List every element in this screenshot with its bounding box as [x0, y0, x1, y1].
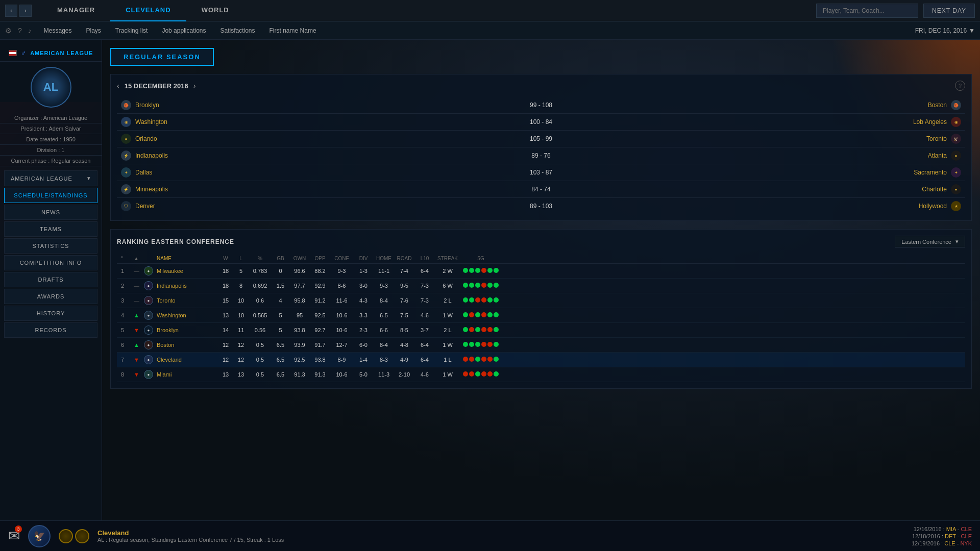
sidebar-date-created: Date created : 1950	[0, 134, 102, 145]
team-logo-washington: ●	[144, 311, 157, 320]
conf-indianapolis: 8-6	[330, 283, 353, 289]
standings-row-toronto[interactable]: 3 — ● Toronto 15 10 0.6 4 95.8 91.2 11-6…	[117, 293, 965, 308]
col-l10-header: L10	[414, 256, 435, 261]
conf-toronto: 11-6	[330, 297, 353, 304]
game-home-team-6: ⚡ Minneapolis	[121, 184, 213, 194]
div-brooklyn: 2-3	[353, 327, 374, 333]
sidebar-president: President : Adem Salvar	[0, 123, 102, 134]
team-logo-cleveland: ●	[144, 355, 157, 364]
nav-tab-cleveland[interactable]: CLEVELAND	[110, 0, 186, 21]
game-row: ⚡ Indianapolis 89 - 76 Atlanta ●	[117, 147, 965, 164]
result-dot	[481, 268, 486, 273]
nav-tab-world[interactable]: WORLD	[186, 0, 244, 21]
second-navigation: ⚙ ? ♪ Messages Plays Tracking list Job a…	[0, 21, 980, 40]
gb-brooklyn: 5	[272, 327, 289, 333]
sidebar-organizer: Organizer : American League	[0, 113, 102, 123]
records-menu-item[interactable]: RECORDS	[4, 322, 97, 338]
forward-arrow[interactable]: ›	[19, 5, 32, 17]
mail-button[interactable]: ✉ 3	[8, 528, 20, 544]
sidebar: ♂ AMERICAN LEAGUE AL Organizer : America…	[0, 40, 102, 520]
team-icon-minneapolis: ⚡	[121, 184, 131, 194]
team-name-washington: Washington	[157, 312, 218, 318]
team-logo-indianapolis: ●	[144, 281, 157, 290]
schedule-next[interactable]: ›	[193, 82, 196, 90]
l10-washington: 4-6	[414, 312, 435, 318]
result-dot	[463, 312, 468, 317]
schedule-date: 15 DECEMBER 2016	[125, 82, 188, 90]
schedule-prev[interactable]: ‹	[117, 82, 119, 90]
col-name-header: NAME	[157, 256, 218, 261]
opp-toronto: 91.2	[310, 297, 330, 304]
result-dot	[481, 283, 486, 288]
competition-info-menu-item[interactable]: COMPETITION INFO	[4, 255, 97, 270]
result-dot	[463, 342, 468, 347]
result-dot	[469, 342, 474, 347]
5g-toronto	[460, 297, 501, 304]
american-league-dropdown[interactable]: AMERICAN LEAGUE ▾	[4, 170, 97, 186]
history-menu-item[interactable]: HISTORY	[4, 306, 97, 321]
game-home-team-5: ✦ Dallas	[121, 167, 213, 178]
standings-row-cleveland[interactable]: 7 ▼ ● Cleveland 12 12 0.5 6.5 92.5 93.8 …	[117, 353, 965, 367]
result-dot	[463, 283, 468, 288]
job-applications-nav-item[interactable]: Job applications	[156, 21, 212, 40]
standings-row-milwaukee[interactable]: 1 — ● Milwaukee 18 5 0.783 0 96.6 88.2 9…	[117, 264, 965, 279]
plays-nav-item[interactable]: Plays	[80, 21, 107, 40]
main-layout: ♂ AMERICAN LEAGUE AL Organizer : America…	[0, 40, 980, 520]
col-l-header: L	[233, 256, 249, 261]
standings-row-miami[interactable]: 8 ▼ ● Miami 13 13 0.5 6.5 91.3 91.3 10-6…	[117, 367, 965, 382]
messages-nav-item[interactable]: Messages	[38, 21, 78, 40]
result-dot	[469, 268, 474, 273]
col-5g-header: 5G	[460, 256, 501, 261]
regular-season-button[interactable]: REGULAR SEASON	[110, 48, 214, 66]
standings-row-boston[interactable]: 6 ▲ ● Boston 12 12 0.5 6.5 93.9 91.7 12-…	[117, 338, 965, 353]
col-w-header: W	[218, 256, 233, 261]
satisfactions-nav-item[interactable]: Satisfactions	[214, 21, 261, 40]
home-washington: 6-5	[374, 312, 394, 318]
team-icon-washington: ◉	[121, 117, 131, 127]
gb-toronto: 4	[272, 297, 289, 304]
next-day-button[interactable]: NEXT DAY	[923, 4, 975, 18]
own-milwaukee: 96.6	[289, 268, 310, 274]
statistics-menu-item[interactable]: STATISTICS	[4, 238, 97, 254]
col-conf-header: CONF	[330, 256, 353, 261]
team-icon-atlanta: ●	[951, 151, 961, 161]
conference-selector[interactable]: Eastern Conference ▾	[895, 236, 965, 247]
schedule-help-icon[interactable]: ?	[955, 81, 965, 91]
standings-row-washington[interactable]: 4 ▲ ● Washington 13 10 0.565 5 95 92.5 1…	[117, 308, 965, 323]
news-menu-item[interactable]: NEWS	[4, 205, 97, 220]
l10-milwaukee: 6-4	[414, 268, 435, 274]
standings-row-brooklyn[interactable]: 5 ▼ ● Brooklyn 14 11 0.56 5 93.8 92.7 10…	[117, 323, 965, 338]
schedule-header: ‹ 15 DECEMBER 2016 › ?	[117, 81, 965, 91]
gb-cleveland: 6.5	[272, 357, 289, 363]
5g-milwaukee	[460, 268, 501, 274]
5g-boston	[460, 342, 501, 348]
schedule-standings-menu-item[interactable]: SCHEDULE/STANDINGS	[4, 188, 97, 203]
col-trend-header: ▲	[134, 256, 144, 261]
game-away-team-7: Hollywood ★	[869, 201, 961, 211]
drafts-menu-item[interactable]: DRAFTS	[4, 272, 97, 287]
result-dot	[475, 342, 480, 347]
sidebar-league-name: AMERICAN LEAGUE	[30, 50, 93, 56]
nav-tab-manager[interactable]: MANAGER	[42, 0, 110, 21]
help-icon[interactable]: ?	[18, 27, 22, 35]
conf-milwaukee: 9-3	[330, 268, 353, 274]
gb-miami: 6.5	[272, 371, 289, 378]
league-logo: AL	[31, 67, 71, 108]
col-gb-header: GB	[272, 256, 289, 261]
bottom-team-name: Cleveland	[97, 529, 903, 537]
standings-row-indianapolis[interactable]: 2 — ● Indianapolis 18 8 0.692 1.5 97.7 9…	[117, 279, 965, 293]
awards-menu-item[interactable]: AWARDS	[4, 289, 97, 304]
rank-1: 1	[121, 268, 134, 274]
result-dot	[469, 312, 474, 317]
tracking-list-nav-item[interactable]: Tracking list	[109, 21, 154, 40]
music-icon[interactable]: ♪	[28, 27, 32, 35]
teams-menu-item[interactable]: TEAMS	[4, 221, 97, 237]
settings-icon[interactable]: ⚙	[5, 27, 12, 35]
pct-toronto: 0.6	[249, 297, 272, 304]
search-input[interactable]	[816, 4, 918, 18]
first-name-nav-item[interactable]: First name Name	[263, 21, 323, 40]
team-icon-charlotte: ●	[951, 184, 961, 194]
back-arrow[interactable]: ‹	[5, 5, 17, 17]
own-cleveland: 92.5	[289, 357, 310, 363]
game-score-6: 84 - 74	[213, 186, 869, 193]
